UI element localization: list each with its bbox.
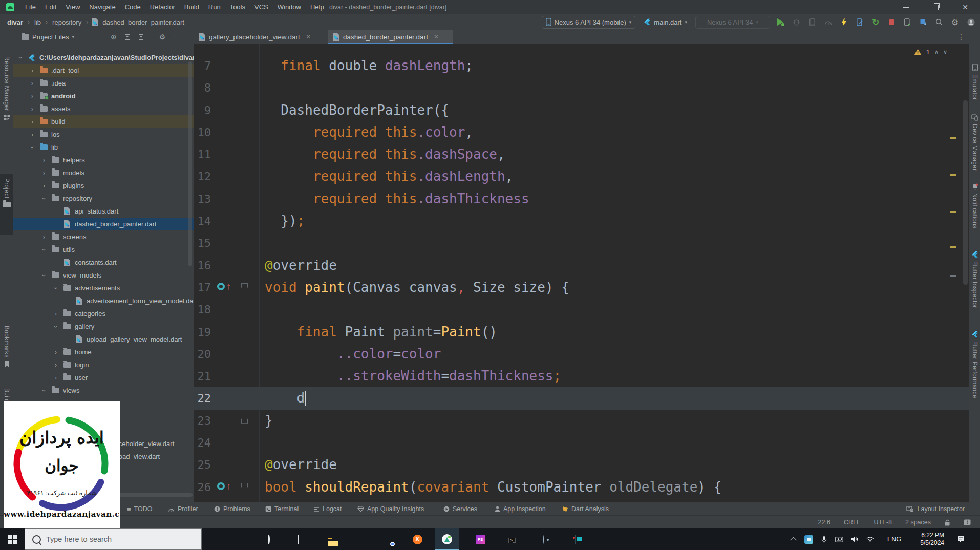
code-line-11[interactable]: 11 required this.dashSpace, [194, 143, 969, 165]
overrides-method-icon[interactable] [217, 482, 225, 490]
chevron-collapsed-icon[interactable]: › [52, 362, 59, 369]
chevron-expanded-icon[interactable]: › [40, 246, 48, 253]
run-config-dropdown[interactable]: main.dart ▾ [640, 16, 691, 29]
chevron-collapsed-icon[interactable]: › [40, 182, 48, 189]
device-selector-dropdown[interactable]: Nexus 6 API 34 (mobile) ▾ [542, 16, 636, 29]
tool-strip-resource-manager[interactable]: Resource Manager [0, 52, 13, 174]
fold-marker-icon[interactable] [241, 416, 248, 424]
tree-item-views[interactable]: ›views [13, 384, 194, 397]
taskbar-app-file-explorer[interactable] [316, 528, 340, 550]
layout-inspector-button[interactable]: Layout Inspector [906, 502, 965, 516]
action-center-icon[interactable] [953, 535, 969, 543]
tool-strip-flutter-inspector[interactable]: Flutter Inspector [969, 251, 980, 308]
code-line-21[interactable]: 21 ..strokeWidth=dashThickness; [194, 365, 969, 387]
line-number[interactable]: 20 [194, 343, 211, 365]
code-line-10[interactable]: 10 required this.color, [194, 121, 969, 143]
close-tab-icon[interactable]: ✕ [306, 33, 311, 40]
tree-item-android[interactable]: ›android [13, 90, 194, 102]
editor-scrollbar[interactable] [963, 100, 968, 285]
taskbar-app-xampp[interactable]: X [406, 528, 429, 550]
start-button[interactable] [0, 528, 25, 550]
tree-item-home[interactable]: ›home [13, 346, 194, 358]
line-number[interactable]: 22 [194, 387, 211, 409]
device-edit-icon[interactable] [854, 16, 866, 28]
chevron-expanded-icon[interactable]: › [29, 144, 36, 151]
chevron-expanded-icon[interactable]: › [52, 285, 59, 292]
menu-code[interactable]: Code [120, 0, 145, 14]
menu-help[interactable]: Help [306, 0, 329, 14]
flutter-hot-restart-icon[interactable]: ↻ [869, 16, 882, 28]
tool-strip-device-manager[interactable]: Device Manager [969, 114, 980, 171]
chevron-expanded-icon[interactable]: › [40, 387, 48, 394]
tree-item-gallery[interactable]: ›gallery [13, 320, 194, 333]
tree-item-constants.dart[interactable]: constants.dart [13, 256, 194, 269]
tree-item-screens[interactable]: ›screens [13, 230, 194, 243]
code-editor[interactable]: 7 final double dashLength;89 DashedBorde… [194, 44, 969, 502]
code-line-23[interactable]: 23} [194, 410, 969, 432]
locate-file-icon[interactable]: ⊕ [111, 33, 117, 41]
menu-refactor[interactable]: Refactor [145, 0, 180, 14]
breadcrumb-item[interactable]: lib [33, 18, 42, 26]
tool-window-button-terminal[interactable]: Terminal [265, 502, 299, 516]
chevron-expanded-icon[interactable]: › [40, 272, 48, 279]
line-number[interactable]: 21 [194, 365, 211, 387]
flutter-hot-reload-icon[interactable] [838, 16, 850, 28]
tree-item-repository[interactable]: ›repository [13, 192, 194, 205]
gear-icon[interactable]: ⚙ [159, 33, 166, 41]
tab-options-icon[interactable]: ⋮ [957, 33, 965, 41]
chevron-expanded-icon[interactable]: › [40, 195, 48, 202]
tree-item-utils[interactable]: ›utils [13, 243, 194, 256]
tree-item-lib[interactable]: ›lib [13, 141, 194, 154]
chevron-collapsed-icon[interactable]: › [29, 80, 36, 87]
microphone-icon[interactable] [816, 536, 832, 543]
code-line-15[interactable]: 15 [194, 232, 969, 254]
line-number[interactable]: 19 [194, 321, 211, 343]
chevron-collapsed-icon[interactable]: › [29, 105, 36, 113]
code-line-20[interactable]: 20 ..color=color [194, 343, 969, 365]
tree-item-api_status.dart[interactable]: api_status.dart [13, 205, 194, 218]
device-add-icon[interactable] [901, 16, 913, 28]
tool-strip-bookmarks[interactable]: Bookmarks [0, 326, 13, 379]
breadcrumb-item[interactable]: dashed_border_painter.dart [101, 18, 185, 26]
tree-item-advertisement_form_view_model.dart[interactable]: advertisement_form_view_model.dart [13, 294, 194, 307]
tool-window-button-app-quality-insights[interactable]: App Quality Insights [357, 502, 424, 516]
menu-build[interactable]: Build [180, 0, 204, 14]
tree-item-user[interactable]: ›user [13, 371, 194, 384]
taskbar-app-task-view[interactable] [287, 528, 310, 550]
code-line-16[interactable]: 16@override [194, 255, 969, 277]
tree-item-view_models[interactable]: ›view_models [13, 269, 194, 282]
menu-file[interactable]: File [20, 0, 40, 14]
line-number[interactable]: 26 [194, 476, 211, 498]
warning-stripe-mark[interactable] [950, 174, 956, 176]
editor-tab-dashed_border_painter-dart[interactable]: dashed_border_painter.dart✕ [328, 30, 453, 44]
line-number[interactable]: 11 [194, 143, 211, 165]
code-line-24[interactable]: 24 [194, 432, 969, 454]
warning-stripe-mark[interactable] [950, 246, 956, 248]
line-number[interactable]: 7 [194, 55, 211, 77]
breadcrumb-item[interactable]: divar [6, 18, 24, 26]
taskbar-search[interactable]: Type here to search [25, 528, 202, 550]
tool-strip-emulator[interactable]: Emulator [969, 64, 980, 100]
indent-setting[interactable]: 2 spaces [905, 519, 931, 526]
tree-item-models[interactable]: ›models [13, 166, 194, 179]
chevron-collapsed-icon[interactable]: › [52, 310, 59, 318]
inspection-widget[interactable]: 1 ∧ ∨ [914, 48, 947, 56]
code-line-13[interactable]: 13 required this.dashThickness [194, 188, 969, 210]
taskbar-app-command-prompt[interactable]: >_ [500, 528, 524, 550]
chevron-collapsed-icon[interactable]: › [40, 170, 48, 177]
taskbar-app-firefox[interactable] [346, 528, 370, 550]
menu-run[interactable]: Run [204, 0, 225, 14]
search-everywhere-icon[interactable] [933, 16, 945, 28]
chevron-collapsed-icon[interactable]: › [40, 234, 48, 241]
wifi-icon[interactable] [862, 537, 878, 542]
tree-item-cusersidehpardazanjavanstudioprojectsdivar[interactable]: ›C:\Users\idehpardazanjavan\StudioProjec… [13, 51, 194, 64]
tree-item-plugins[interactable]: ›plugins [13, 179, 194, 192]
taskbar-clock[interactable]: 6:22 PM 5/5/2024 [907, 528, 944, 550]
hide-panel-icon[interactable]: − [173, 33, 177, 41]
code-line-9[interactable]: 9 DashedBorderPainter({ [194, 99, 969, 121]
line-number[interactable]: 12 [194, 165, 211, 187]
line-number[interactable]: 16 [194, 255, 211, 277]
warning-stripe-mark[interactable] [950, 137, 956, 139]
tree-item-login[interactable]: ›login [13, 358, 194, 371]
info-stripe-mark[interactable] [950, 275, 956, 277]
